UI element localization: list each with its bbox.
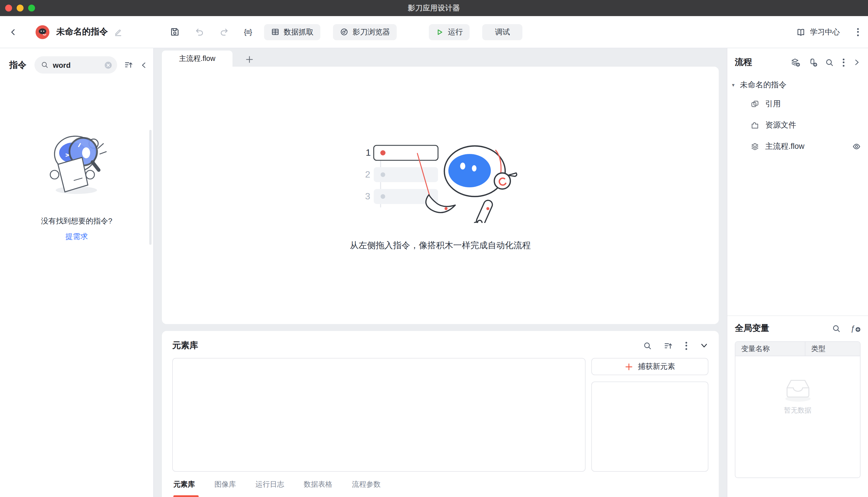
flow-editor-column: 主流程.flow 1 2 3 (154, 48, 727, 497)
caret-down-icon[interactable]: ▾ (732, 82, 740, 88)
tab-data-table[interactable]: 数据表格 (304, 480, 333, 489)
flow-more-button[interactable] (842, 57, 845, 68)
sort-icon (664, 341, 673, 350)
search-icon (825, 58, 834, 67)
empty-inbox-icon (781, 377, 814, 403)
book-icon (796, 27, 806, 37)
tab-elements[interactable]: 元素库 (173, 480, 195, 489)
flow-panel-title: 流程 (735, 57, 752, 68)
variables-table: 变量名称 类型 暂无数据 (735, 341, 860, 478)
tab-run-log[interactable]: 运行日志 (255, 480, 284, 489)
collapse-sidebar-button[interactable] (140, 61, 148, 69)
flow-file-icon (750, 142, 760, 151)
save-icon (170, 27, 180, 37)
back-button[interactable] (4, 28, 22, 36)
capture-element-button[interactable]: 捕获新元素 (591, 358, 708, 375)
redo-icon (219, 27, 229, 37)
search-icon (643, 341, 652, 350)
global-variables-panel: 全局变量 ƒ 变量名称 类型 (727, 316, 868, 497)
variables-empty-state: 暂无数据 (735, 356, 860, 478)
debug-button[interactable]: 调试 (483, 24, 523, 40)
add-python-button[interactable] (808, 57, 818, 67)
new-tab-button[interactable] (245, 55, 254, 64)
chevron-right-icon (853, 59, 860, 66)
sort-icon (124, 60, 133, 70)
learning-center-label: 学习中心 (810, 27, 840, 37)
tree-item-label: 资源文件 (765, 120, 796, 130)
tree-item-main-flow[interactable]: 主流程.flow (727, 136, 868, 157)
learning-center-button[interactable]: 学习中心 (796, 27, 840, 37)
bottom-tabbar: 元素库 图像库 运行日志 数据表格 流程参数 (172, 472, 708, 497)
variables-panel-title: 全局变量 (735, 323, 769, 334)
sidebar-title: 指令 (9, 59, 26, 70)
tree-root[interactable]: ▾ 未命名的指令 (727, 77, 868, 93)
column-variable-name: 变量名称 (735, 342, 806, 356)
tab-images[interactable]: 图像库 (215, 480, 236, 489)
reference-icon (750, 99, 760, 108)
elements-list[interactable] (172, 358, 586, 472)
run-button[interactable]: 运行 (429, 24, 470, 40)
flow-search-button[interactable] (825, 58, 834, 67)
chevron-left-icon (140, 61, 148, 69)
view-flow-button[interactable] (852, 142, 861, 151)
step-number-3: 3 (365, 191, 370, 201)
add-python-icon (808, 57, 818, 67)
tree-item-label: 引用 (765, 99, 781, 109)
rename-button[interactable] (114, 28, 122, 36)
collapse-elements-button[interactable] (700, 341, 708, 350)
variables-search-button[interactable] (832, 324, 841, 333)
toolbar-more-button[interactable] (856, 27, 860, 37)
canvas-hint-text: 从左侧拖入指令，像搭积木一样完成自动化流程 (350, 240, 531, 251)
tab-flow-params[interactable]: 流程参数 (352, 480, 381, 489)
browser-button[interactable]: 影刀浏览器 (333, 24, 397, 40)
undo-icon (195, 27, 204, 37)
eye-icon (852, 142, 861, 151)
collapse-flow-panel-button[interactable] (853, 59, 860, 66)
undo-button[interactable] (195, 27, 204, 37)
flow-tree-panel: 流程 (727, 48, 868, 316)
tree-item-references[interactable]: 引用 (727, 93, 868, 114)
close-icon (104, 61, 113, 69)
elements-sort-button[interactable] (664, 341, 673, 350)
window-title: 影刀应用设计器 (0, 3, 868, 13)
chevron-down-icon (700, 341, 708, 350)
redo-button[interactable] (219, 27, 229, 37)
instruction-search[interactable] (34, 56, 117, 73)
data-scrape-button[interactable]: 数据抓取 (264, 24, 321, 40)
table-icon (271, 28, 280, 36)
tree-item-label: 主流程.flow (765, 141, 805, 152)
fx-icon: ƒ (851, 324, 855, 333)
browser-icon (340, 28, 349, 36)
step-number-2: 2 (365, 169, 370, 180)
data-scrape-label: 数据抓取 (284, 27, 314, 37)
pencil-icon (114, 28, 122, 36)
add-flow-button[interactable] (791, 57, 800, 67)
clear-search-button[interactable] (104, 61, 113, 69)
instructions-sidebar: 指令 (0, 48, 154, 497)
plus-icon (624, 362, 633, 371)
resource-file-icon (750, 120, 760, 130)
tab-label: 主流程.flow (179, 54, 215, 63)
element-preview-box (591, 382, 708, 472)
elements-search-button[interactable] (643, 341, 652, 350)
code-view-button[interactable]: {≡} (244, 28, 252, 36)
sort-instructions-button[interactable] (124, 60, 133, 70)
elements-panel-title: 元素库 (172, 340, 198, 351)
tab-main-flow[interactable]: 主流程.flow (162, 51, 233, 67)
play-icon (436, 28, 444, 36)
chevron-left-icon (9, 28, 17, 36)
sidebar-scrollbar[interactable] (149, 130, 151, 245)
request-feature-link[interactable]: 提需求 (65, 231, 88, 242)
tree-root-label: 未命名的指令 (740, 80, 786, 90)
elements-more-button[interactable] (684, 340, 688, 351)
search-input[interactable] (53, 61, 93, 69)
tree-item-resources[interactable]: 资源文件 (727, 114, 868, 136)
add-flow-icon (791, 57, 800, 67)
app-logo-icon (35, 25, 49, 39)
browser-label: 影刀浏览器 (353, 27, 390, 37)
flow-tabbar: 主流程.flow (162, 48, 719, 67)
flow-tree: ▾ 未命名的指令 引用 资源文件 主流程.flow (727, 77, 868, 157)
flow-canvas[interactable]: 1 2 3 (162, 67, 719, 324)
save-button[interactable] (170, 27, 180, 37)
add-variable-button[interactable]: ƒ (851, 324, 860, 333)
